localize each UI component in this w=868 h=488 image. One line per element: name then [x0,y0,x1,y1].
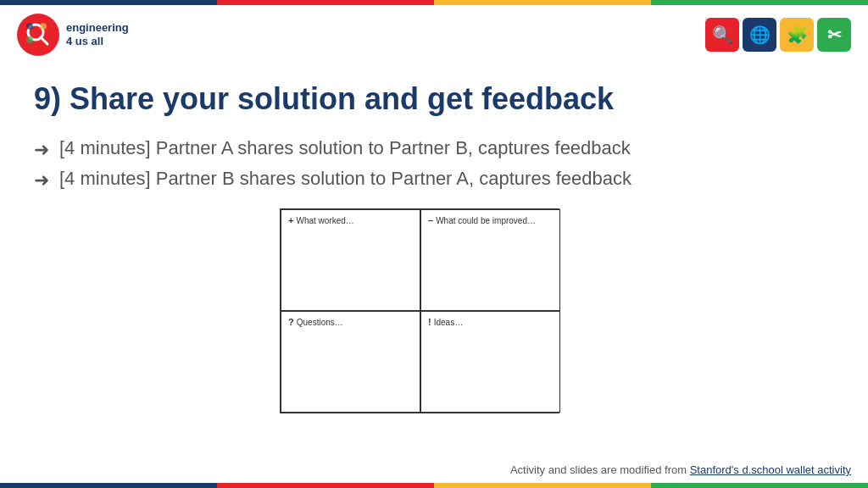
arrow-icon-1: ➜ [34,139,49,161]
plus-icon: + [288,215,293,225]
svg-point-4 [40,23,47,30]
question-icon: ? [288,317,294,327]
footer-link[interactable]: Stanford's d.school wallet activity [690,463,851,476]
bullet-item-2: ➜ [4 minutes] Partner B shares solution … [34,168,834,191]
feedback-cell-questions: ? Questions… [281,311,420,413]
logo-text: engineering 4 us all [66,21,129,47]
feedback-cell-ideas: ! Ideas… [420,311,560,413]
slide-title: 9) Share your solution and get feedback [34,81,834,117]
main-content: 9) Share your solution and get feedback … [0,64,868,430]
ideas-label: Ideas… [434,318,463,327]
questions-label: Questions… [297,318,343,327]
footer: Activity and slides are modified from St… [510,463,851,476]
globe-button[interactable]: 🌐 [743,18,776,52]
bullet-text-1: [4 minutes] Partner A shares solution to… [59,137,631,159]
feedback-cell-what-worked: + What worked… [281,209,420,311]
svg-point-5 [26,36,33,43]
header: engineering 4 us all 🔍 🌐 🧩 ✂ [0,5,868,64]
what-improved-label: What could be improved… [436,216,536,225]
bullet-item-1: ➜ [4 minutes] Partner A shares solution … [34,137,834,161]
svg-point-3 [26,23,33,30]
what-worked-label: What worked… [296,216,353,225]
globe-icon: 🌐 [749,25,771,45]
exclamation-icon: ! [428,317,431,327]
bullet-text-2: [4 minutes] Partner B shares solution to… [59,168,632,190]
logo-line1: engineering [66,21,129,35]
logo-line2: 4 us all [66,35,129,48]
bullet-list: ➜ [4 minutes] Partner A shares solution … [34,137,834,191]
feedback-cell-what-improved: – What could be improved… [420,209,560,311]
svg-point-0 [19,16,57,53]
minus-icon: – [428,215,433,225]
scissors-button[interactable]: ✂ [817,18,851,52]
cell-label-ideas: ! Ideas… [428,317,553,327]
footer-text: Activity and slides are modified from [510,463,690,476]
bottom-color-bar [0,483,868,488]
scissors-icon: ✂ [827,25,842,45]
cell-label-what-worked: + What worked… [288,215,413,225]
puzzle-button[interactable]: 🧩 [780,18,814,52]
icon-buttons: 🔍 🌐 🧩 ✂ [705,18,851,52]
search-icon: 🔍 [712,25,733,45]
puzzle-icon: 🧩 [787,25,808,45]
logo-circle [17,14,59,56]
search-button[interactable]: 🔍 [705,18,739,52]
cell-label-questions: ? Questions… [288,317,413,327]
logo-area: engineering 4 us all [17,14,129,56]
cell-label-what-improved: – What could be improved… [428,215,553,225]
feedback-grid: + What worked… – What could be improved…… [280,208,559,413]
arrow-icon-2: ➜ [34,169,49,191]
